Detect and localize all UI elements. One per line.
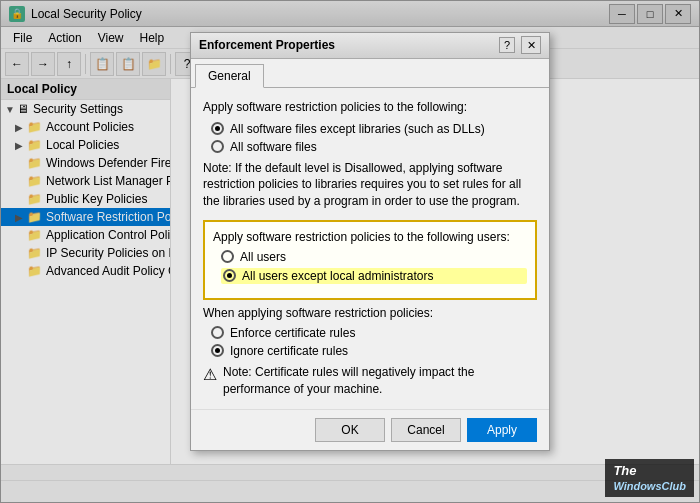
cert-radio-group: Enforce certificate rules Ignore certifi… [211, 326, 537, 358]
modal-title: Enforcement Properties [199, 38, 335, 52]
tab-general[interactable]: General [195, 64, 264, 88]
enforcement-dialog: Enforcement Properties ? ✕ General Apply… [190, 32, 550, 452]
radio-all-users[interactable]: All users [221, 250, 527, 264]
apply-button[interactable]: Apply [467, 418, 537, 442]
radio-all-except-libs[interactable]: All software files except libraries (suc… [211, 122, 537, 136]
radio-ignore-cert[interactable]: Ignore certificate rules [211, 344, 537, 358]
radio-circle-enforce [211, 326, 224, 339]
watermark-line1: The [613, 463, 636, 478]
modal-overlay: Enforcement Properties ? ✕ General Apply… [0, 0, 700, 503]
note-text-1: Note: If the default level is Disallowed… [203, 160, 537, 210]
software-section-title: Apply software restriction policies to t… [203, 100, 537, 114]
watermark: The WindowsClub [605, 459, 694, 497]
modal-body: Apply software restriction policies to t… [191, 88, 549, 410]
radio-label-ignore: Ignore certificate rules [230, 344, 348, 358]
warning-icon: ⚠ [203, 365, 217, 384]
radio-enforce-cert[interactable]: Enforce certificate rules [211, 326, 537, 340]
radio-label-enforce: Enforce certificate rules [230, 326, 355, 340]
radio-label-all-except-admins: All users except local administrators [242, 269, 433, 283]
modal-help-button[interactable]: ? [499, 37, 515, 53]
users-highlight-box: Apply software restriction policies to t… [203, 220, 537, 300]
radio-all-software[interactable]: All software files [211, 140, 537, 154]
watermark-line2: WindowsClub [613, 480, 686, 492]
radio-circle-all-users [221, 250, 234, 263]
radio-circle-all-except-admins [223, 269, 236, 282]
warning-note: ⚠ Note: Certificate rules will negativel… [203, 364, 537, 398]
cert-section: When applying software restriction polic… [203, 306, 537, 398]
modal-tabs: General [191, 59, 549, 88]
modal-title-bar: Enforcement Properties ? ✕ [191, 33, 549, 59]
users-radio-group: All users All users except local adminis… [221, 250, 527, 284]
radio-circle-all-software [211, 140, 224, 153]
radio-label-all-users: All users [240, 250, 286, 264]
radio-label-all-software: All software files [230, 140, 317, 154]
ok-button[interactable]: OK [315, 418, 385, 442]
users-section-title: Apply software restriction policies to t… [213, 230, 527, 244]
software-radio-group: All software files except libraries (suc… [211, 122, 537, 154]
modal-close-button[interactable]: ✕ [521, 36, 541, 54]
modal-footer: OK Cancel Apply [191, 409, 549, 450]
cert-section-title: When applying software restriction polic… [203, 306, 537, 320]
cancel-button[interactable]: Cancel [391, 418, 461, 442]
modal-title-controls: ? ✕ [499, 36, 541, 54]
radio-circle-ignore [211, 344, 224, 357]
radio-all-except-admins[interactable]: All users except local administrators [221, 268, 527, 284]
warning-text: Note: Certificate rules will negatively … [223, 364, 537, 398]
radio-circle-all-except [211, 122, 224, 135]
radio-label-all-except: All software files except libraries (suc… [230, 122, 485, 136]
